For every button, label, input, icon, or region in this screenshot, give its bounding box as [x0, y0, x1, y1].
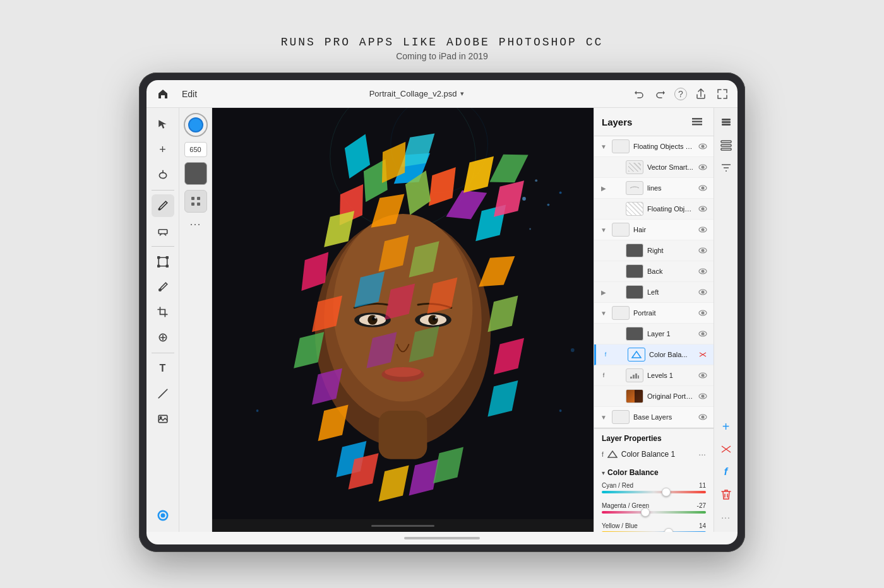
fx-button[interactable]: f	[717, 462, 736, 481]
layer-visibility-toggle[interactable]	[697, 162, 708, 173]
heal-tool[interactable]	[152, 326, 174, 349]
svg-point-35	[435, 316, 438, 319]
filename-area: Portrait_Collage_v2.psd ▾	[207, 89, 626, 98]
layer-item[interactable]: Vector Smart...	[594, 157, 714, 178]
home-button[interactable]	[154, 85, 172, 103]
page-subtitle: Coming to iPad in 2019	[281, 51, 604, 61]
layer-thumbnail	[626, 285, 643, 299]
image-tool[interactable]	[152, 408, 174, 430]
text-tool[interactable]: T	[152, 357, 174, 380]
layer-item[interactable]: ▼ Floating Objects (alway...	[594, 136, 714, 157]
layer-name: Portrait	[633, 309, 693, 317]
layer-visibility-toggle[interactable]	[697, 141, 708, 152]
layer-visibility-toggle[interactable]	[697, 370, 708, 381]
layer-thumbnail	[626, 389, 643, 403]
layer-visibility-toggle[interactable]	[697, 349, 708, 360]
more-options-button[interactable]: ···	[717, 508, 736, 527]
svg-point-14	[160, 513, 165, 517]
layer-item[interactable]: ▼ Portrait	[594, 303, 714, 324]
layer-visibility-toggle[interactable]	[697, 286, 708, 298]
layer-visibility-toggle[interactable]	[697, 203, 708, 215]
yellow-blue-track[interactable]	[602, 531, 706, 532]
cyan-red-thumb[interactable]	[662, 488, 671, 497]
eyedropper-tool[interactable]	[152, 276, 174, 298]
svg-point-0	[159, 173, 166, 179]
layer-visibility-toggle[interactable]	[697, 328, 708, 339]
svg-point-12	[160, 417, 161, 418]
layer-visibility-toggle[interactable]	[697, 245, 708, 256]
brush-tool[interactable]	[152, 194, 174, 217]
help-button[interactable]: ?	[674, 88, 687, 100]
color-tool[interactable]	[152, 504, 174, 527]
layer-item[interactable]: f Levels 1	[594, 365, 714, 386]
cb-collapse-arrow[interactable]: ▾	[602, 469, 605, 476]
layer-name: Floating Objects (alway...	[633, 143, 693, 150]
layer-properties-section: Layer Properties f Color Balance 1 ··· ▾…	[594, 428, 714, 532]
layer-item[interactable]: Original Portr...	[594, 386, 714, 407]
share-button[interactable]	[693, 86, 708, 102]
svg-rect-121	[721, 144, 731, 146]
edit-menu[interactable]: Edit	[177, 89, 202, 99]
svg-rect-120	[721, 141, 731, 143]
undo-button[interactable]	[631, 86, 647, 102]
layer-item-selected[interactable]: f Color Bala...	[594, 344, 714, 365]
layer-name: Back	[647, 268, 693, 275]
layer-visibility-toggle[interactable]	[697, 224, 708, 235]
layer-item[interactable]: ▶ lines	[594, 178, 714, 199]
layer-visibility-toggle[interactable]	[697, 391, 708, 402]
svg-point-72	[535, 179, 537, 182]
transform-tool[interactable]	[152, 250, 174, 273]
layer-item[interactable]: Floating Objects	[594, 199, 714, 220]
layer-visibility-toggle[interactable]	[697, 182, 708, 194]
layer-item[interactable]: Right	[594, 240, 714, 261]
layers-menu-button[interactable]	[688, 113, 706, 131]
add-layer-button[interactable]: +	[717, 417, 736, 436]
filename-dropdown-icon[interactable]: ▾	[460, 90, 464, 98]
line-tool[interactable]	[152, 382, 174, 405]
lasso-tool[interactable]	[152, 163, 174, 186]
redo-button[interactable]	[653, 86, 668, 102]
main-content: +	[146, 108, 738, 532]
brush-texture-btn[interactable]	[184, 190, 207, 213]
layer-props-f-icon: f	[602, 451, 604, 458]
svg-point-115	[702, 416, 704, 418]
fullscreen-button[interactable]	[715, 86, 730, 102]
filters-icon[interactable]	[717, 158, 736, 177]
adjustments-icon[interactable]	[717, 136, 736, 155]
layer-item[interactable]: Layer 1	[594, 324, 714, 344]
brush-color-swatch[interactable]	[184, 162, 207, 185]
cyan-red-track[interactable]	[602, 491, 706, 493]
layer-item[interactable]: ▶ Left	[594, 282, 714, 303]
brush-more-button[interactable]: ···	[189, 218, 201, 231]
magenta-green-label: Magenta / Green	[602, 502, 649, 509]
layer-item[interactable]: ▼ Hair	[594, 220, 714, 240]
layer-props-more-button[interactable]: ···	[698, 449, 706, 459]
svg-rect-15	[191, 197, 194, 200]
magenta-green-thumb[interactable]	[641, 508, 650, 517]
svg-point-88	[702, 166, 704, 168]
selection-tool[interactable]	[152, 113, 174, 136]
add-tool[interactable]: +	[152, 138, 174, 161]
svg-point-100	[702, 291, 704, 293]
delete-layer-button[interactable]	[717, 485, 736, 504]
svg-rect-122	[721, 148, 731, 150]
eraser-tool[interactable]	[152, 220, 174, 242]
layer-item[interactable]: ▼ Base Layers	[594, 407, 714, 428]
cb-title: Color Balance	[607, 468, 659, 477]
layer-visibility-toggle[interactable]	[697, 266, 708, 277]
layer-name: Hair	[633, 226, 693, 233]
cyan-red-label: Cyan / Red	[602, 482, 633, 489]
layer-visibility-button[interactable]	[717, 440, 736, 459]
crop-tool[interactable]	[152, 301, 174, 324]
layers-stack-icon[interactable]	[717, 113, 736, 132]
brush-preview	[184, 113, 208, 137]
svg-point-96	[702, 249, 704, 252]
layer-visibility-toggle[interactable]	[697, 411, 708, 423]
svg-point-98	[702, 270, 704, 273]
layer-visibility-toggle[interactable]	[697, 307, 708, 319]
layer-item[interactable]: Back	[594, 261, 714, 282]
svg-point-75	[559, 191, 562, 194]
canvas-scrollbar	[371, 525, 434, 527]
svg-point-34	[374, 316, 377, 319]
magenta-green-track[interactable]	[602, 511, 706, 514]
